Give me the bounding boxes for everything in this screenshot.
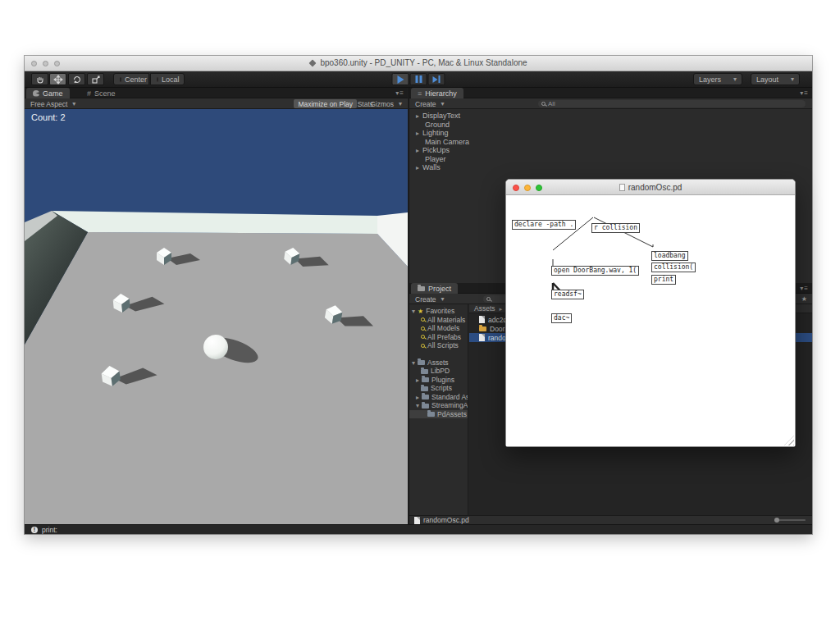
step-icon xyxy=(433,75,441,83)
favorite-label: All Scripts xyxy=(427,341,459,349)
folder-icon xyxy=(422,395,429,399)
tree-folder[interactable]: Scripts xyxy=(409,384,468,393)
status-bar[interactable]: ! print: xyxy=(25,524,812,534)
folder-icon xyxy=(422,404,429,409)
scene-tab-label: Scene xyxy=(94,89,116,98)
pd-object-loadbang[interactable]: loadbang xyxy=(651,251,688,261)
tree-folder[interactable]: LibPD xyxy=(409,367,468,376)
hierarchy-item[interactable]: PickUps xyxy=(409,146,812,155)
expand-arrow-icon[interactable] xyxy=(416,129,419,137)
tab-game[interactable]: Game xyxy=(26,88,70,98)
hierarchy-create-button[interactable]: Create xyxy=(411,99,449,108)
star-icon: ★ xyxy=(418,308,423,315)
pd-titlebar[interactable]: randomOsc.pd xyxy=(506,180,795,195)
favorites-root[interactable]: ★Favorites xyxy=(409,307,468,316)
tree-folder[interactable]: StreamingA xyxy=(409,401,468,410)
assets-root[interactable]: Assets xyxy=(409,358,468,368)
scale-tool-icon xyxy=(91,75,101,84)
pd-object-readsf[interactable]: readsf~ xyxy=(551,290,584,299)
expand-arrow-icon[interactable] xyxy=(416,393,419,401)
pd-object-dac[interactable]: dac~ xyxy=(551,313,572,323)
slider-knob[interactable] xyxy=(774,518,779,523)
favorite-item[interactable]: All Models xyxy=(409,324,468,333)
tree-folder-label: Standard As xyxy=(431,393,468,401)
ground-plane xyxy=(25,232,408,524)
pivot-center-button[interactable]: Center xyxy=(113,73,149,85)
hierarchy-item-label: DisplayText xyxy=(422,112,460,120)
search-filter-icon xyxy=(421,326,425,331)
collapse-arrow-icon[interactable] xyxy=(412,358,415,367)
tree-folder-label: Plugins xyxy=(431,376,454,384)
hierarchy-item[interactable]: Walls xyxy=(409,163,812,172)
panel-menu-icon[interactable] xyxy=(800,285,809,292)
tree-folder[interactable]: Standard As xyxy=(409,393,468,402)
rotation-icon xyxy=(157,77,158,82)
panel-menu-icon[interactable] xyxy=(395,89,404,97)
window-title: bpo360.unity - PD_UNITY - PC, Mac & Linu… xyxy=(25,58,812,67)
tab-scene[interactable]: #Scene xyxy=(80,88,122,98)
panel-menu-icon[interactable] xyxy=(800,89,809,97)
tree-folder-pdassets[interactable]: PdAssets xyxy=(409,410,468,419)
pd-canvas[interactable]: declare -path . r collision loadbang col… xyxy=(506,195,795,446)
expand-arrow-icon[interactable] xyxy=(416,112,419,120)
expand-arrow-icon[interactable] xyxy=(416,376,419,384)
game-viewport[interactable]: Count: 2 xyxy=(25,109,408,524)
pivot-center-label: Center xyxy=(125,75,147,84)
hierarchy-item[interactable]: Ground xyxy=(409,121,812,130)
pd-object-receive[interactable]: r collision xyxy=(591,223,640,233)
tree-folder[interactable]: Plugins xyxy=(409,376,468,385)
folder-icon xyxy=(421,369,428,374)
favorite-item[interactable]: All Prefabs xyxy=(409,333,468,342)
tab-project[interactable]: Project xyxy=(411,283,458,294)
project-tab-icon xyxy=(418,286,425,291)
expand-arrow-icon[interactable] xyxy=(416,146,419,154)
pivot-local-button[interactable]: Local xyxy=(150,73,185,85)
favorite-item[interactable]: All Materials xyxy=(409,316,468,325)
rendered-3d-scene xyxy=(25,109,408,524)
hierarchy-item[interactable]: DisplayText xyxy=(409,112,812,121)
gizmos-dropdown[interactable]: Gizmos xyxy=(366,99,406,108)
scale-tool-button[interactable] xyxy=(87,73,104,85)
hierarchy-tab-icon: ≡ xyxy=(418,89,422,98)
count-hud-text: Count: 2 xyxy=(31,112,66,122)
project-create-button[interactable]: Create xyxy=(411,294,449,304)
collapse-arrow-icon[interactable] xyxy=(412,307,415,315)
hierarchy-item[interactable]: Lighting xyxy=(409,129,812,138)
pd-object-declare[interactable]: declare -path . xyxy=(512,220,576,230)
asset-file-label: rando xyxy=(488,334,506,342)
hierarchy-search-input[interactable]: All xyxy=(538,100,806,107)
rotate-tool-icon xyxy=(72,75,82,84)
favorite-item[interactable]: All Scripts xyxy=(409,341,468,350)
search-filter-icon xyxy=(421,335,425,339)
maximize-on-play-button[interactable]: Maximize on Play xyxy=(294,99,357,108)
tab-hierarchy[interactable]: ≡Hierarchy xyxy=(411,88,463,98)
step-button[interactable] xyxy=(428,73,445,85)
collapse-arrow-icon[interactable] xyxy=(416,401,419,409)
search-filter-icon xyxy=(421,317,425,322)
pd-message-open[interactable]: open DoorBang.wav, 1( xyxy=(551,266,639,276)
expand-arrow-icon[interactable] xyxy=(416,163,419,171)
layout-dropdown[interactable]: Layout xyxy=(751,73,800,85)
hand-tool-button[interactable] xyxy=(31,73,48,85)
pause-button[interactable] xyxy=(410,73,427,85)
hierarchy-header: Create All xyxy=(409,98,812,109)
play-button[interactable] xyxy=(392,73,409,85)
hierarchy-item[interactable]: Main Camera xyxy=(409,138,812,147)
layers-dropdown[interactable]: Layers xyxy=(693,73,742,85)
game-panel: Game #Scene Free Aspect Maximize on Play… xyxy=(25,88,408,524)
pd-object-print[interactable]: print xyxy=(651,275,676,285)
pd-message-collision[interactable]: collision( xyxy=(651,262,696,272)
hierarchy-item[interactable]: Player xyxy=(409,155,812,164)
maximize-on-play-label: Maximize on Play xyxy=(298,100,353,108)
move-tool-button[interactable] xyxy=(49,73,66,85)
pd-patch-window[interactable]: randomOsc.pd declare -path . r collision… xyxy=(505,179,796,447)
breadcrumb-root[interactable]: Assets xyxy=(474,304,495,313)
favorites-label: Favorites xyxy=(426,307,454,315)
thumbnail-zoom-slider[interactable] xyxy=(774,519,806,521)
search-icon xyxy=(486,297,491,301)
console-info-icon: ! xyxy=(31,527,38,533)
favorite-search-icon[interactable]: ★ xyxy=(801,295,807,303)
folder-icon xyxy=(479,326,486,331)
aspect-dropdown[interactable]: Free Aspect xyxy=(26,99,80,108)
rotate-tool-button[interactable] xyxy=(68,73,85,85)
